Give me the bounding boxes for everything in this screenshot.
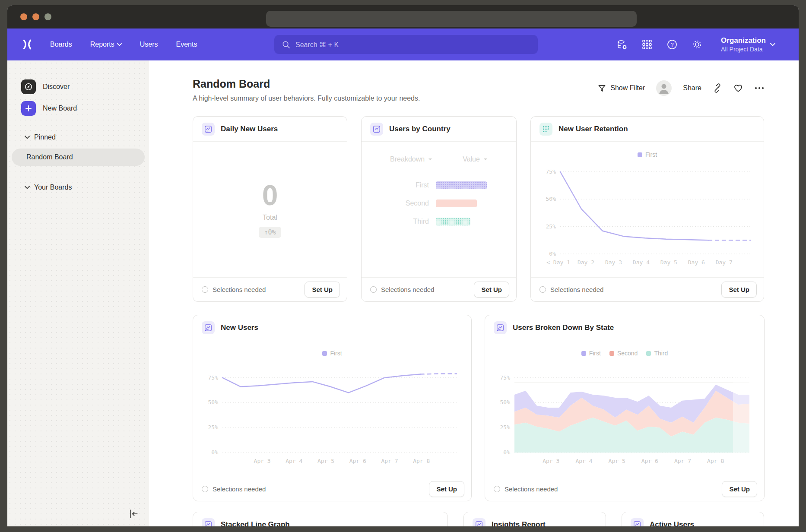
window-minimize-button[interactable] <box>32 13 39 20</box>
svg-text:Apr 7: Apr 7 <box>381 458 398 464</box>
card-users-by-state: Users Broken Down By State FirstSecondTh… <box>485 315 765 501</box>
collapse-sidebar-icon[interactable] <box>128 508 140 519</box>
page-title: Random Board <box>193 78 420 90</box>
card-row-1: Daily New Users 0 Total ↑0% Selections n… <box>193 116 765 302</box>
svg-text:75%: 75% <box>500 374 511 381</box>
avatar[interactable] <box>656 80 672 96</box>
set-up-button[interactable]: Set Up <box>722 481 757 497</box>
status-circle-icon <box>494 486 500 492</box>
sidebar-board-random-board[interactable]: Random Board <box>12 149 145 166</box>
set-up-button[interactable]: Set Up <box>429 481 464 497</box>
state-stacked-area-chart: 75%50%25%0%Apr 3Apr 4Apr 5Apr 6Apr 7Apr … <box>492 358 755 466</box>
svg-text:Apr 5: Apr 5 <box>317 458 334 464</box>
set-up-button[interactable]: Set Up <box>721 282 757 298</box>
search-icon <box>282 41 290 49</box>
svg-text:Apr 5: Apr 5 <box>609 458 625 464</box>
svg-text:75%: 75% <box>208 374 219 381</box>
sidebar: Discover New Board Pinned Random Board Y… <box>7 60 149 526</box>
card-new-user-retention: New User Retention First 75%50%25%0%< Da… <box>530 116 764 302</box>
page-subtitle: A high-level summary of user behaviors. … <box>193 95 420 102</box>
chevron-down-icon <box>428 158 432 161</box>
status-circle-icon <box>370 286 377 293</box>
favorite-heart-icon[interactable] <box>733 84 743 92</box>
svg-text:Apr 3: Apr 3 <box>543 458 559 464</box>
svg-text:Apr 8: Apr 8 <box>413 458 430 464</box>
card-title: Stacked Line Graph <box>221 520 290 526</box>
browser-address-bar[interactable] <box>266 11 637 27</box>
svg-text:50%: 50% <box>500 399 511 405</box>
nav-item-boards[interactable]: Boards <box>50 41 72 48</box>
svg-text:Apr 6: Apr 6 <box>641 458 658 464</box>
status-text: Selections needed <box>213 485 266 493</box>
bar-row: Third <box>362 212 516 231</box>
copy-link-icon[interactable] <box>713 83 722 93</box>
legend-item: First <box>638 151 657 158</box>
filter-funnel-icon <box>598 84 606 92</box>
legend-item: First <box>322 350 342 357</box>
chart-legend: First <box>538 151 757 158</box>
nav-item-users[interactable]: Users <box>140 41 158 48</box>
app-window: Boards Reports Users Events Search ⌘ + K <box>7 5 799 526</box>
value-dropdown[interactable]: Value <box>463 155 488 163</box>
svg-text:Apr 4: Apr 4 <box>286 458 302 464</box>
sidebar-item-new-board[interactable]: New Board <box>7 101 149 116</box>
chevron-down-icon <box>117 43 122 46</box>
cards-grid: Daily New Users 0 Total ↑0% Selections n… <box>193 116 765 526</box>
sidebar-section-pinned[interactable]: Pinned <box>7 132 149 142</box>
data-management-icon[interactable] <box>616 39 628 50</box>
more-options-icon[interactable] <box>754 86 765 90</box>
insights-chart-icon <box>494 321 507 334</box>
bar-second <box>436 200 477 207</box>
retention-grid-icon <box>539 123 552 136</box>
new-users-line-chart: 75%50%25%0%Apr 3Apr 4Apr 5Apr 6Apr 7Apr … <box>200 358 462 466</box>
placeholder-bar-chart: First Second Third <box>362 176 516 231</box>
card-daily-new-users: Daily New Users 0 Total ↑0% Selections n… <box>193 116 347 302</box>
traffic-lights <box>20 13 51 20</box>
card-row-3: Stacked Line Graph Insights Report <box>193 512 765 526</box>
svg-text:50%: 50% <box>546 196 556 202</box>
set-up-button[interactable]: Set Up <box>474 282 509 298</box>
metric-label: Total <box>263 214 277 222</box>
bar-first <box>436 181 487 189</box>
insights-chart-icon <box>202 321 215 334</box>
status-circle-icon <box>202 486 208 492</box>
svg-text:25%: 25% <box>208 424 219 431</box>
sidebar-item-discover[interactable]: Discover <box>7 79 149 94</box>
chart-legend: FirstSecondThird <box>492 350 757 357</box>
card-title: New User Retention <box>558 125 628 133</box>
show-filter-button[interactable]: Show Filter <box>598 84 645 92</box>
breakdown-dropdown[interactable]: Breakdown <box>390 155 432 163</box>
set-up-button[interactable]: Set Up <box>305 282 340 298</box>
mixpanel-logo-icon[interactable] <box>22 39 33 50</box>
legend-item: First <box>581 350 601 357</box>
nav-item-events[interactable]: Events <box>176 41 197 48</box>
share-button[interactable]: Share <box>683 84 701 92</box>
svg-text:?: ? <box>670 41 673 48</box>
svg-text:Day 5: Day 5 <box>660 259 677 266</box>
card-active-users: Active Users <box>622 512 764 526</box>
chevron-down-icon <box>770 43 775 46</box>
sidebar-section-your-boards[interactable]: Your Boards <box>7 182 149 193</box>
window-zoom-button[interactable] <box>44 13 51 20</box>
svg-text:Day 2: Day 2 <box>578 259 594 266</box>
settings-gear-icon[interactable] <box>692 39 703 50</box>
card-title: Active Users <box>650 520 694 526</box>
nav-item-reports[interactable]: Reports <box>90 41 122 48</box>
org-switcher[interactable]: Organization All Project Data <box>721 36 775 53</box>
sidebar-item-label: Discover <box>43 83 70 91</box>
search-input[interactable]: Search ⌘ + K <box>274 35 538 54</box>
legend-item: Second <box>609 350 638 357</box>
svg-text:Apr 7: Apr 7 <box>674 458 691 464</box>
search-placeholder: Search ⌘ + K <box>295 41 339 49</box>
window-close-button[interactable] <box>20 13 27 20</box>
apps-grid-icon[interactable] <box>641 39 653 50</box>
card-new-users: New Users First 75%50%25%0%Apr 3Apr 4Apr… <box>193 315 472 501</box>
help-icon[interactable]: ? <box>666 39 678 50</box>
svg-text:0%: 0% <box>549 250 556 257</box>
svg-text:Apr 3: Apr 3 <box>254 458 271 464</box>
board-actions: Show Filter Share <box>598 80 765 96</box>
svg-text:Day 4: Day 4 <box>633 259 650 266</box>
plus-icon <box>21 101 36 116</box>
chevron-down-icon <box>25 136 30 139</box>
svg-text:25%: 25% <box>546 223 556 230</box>
